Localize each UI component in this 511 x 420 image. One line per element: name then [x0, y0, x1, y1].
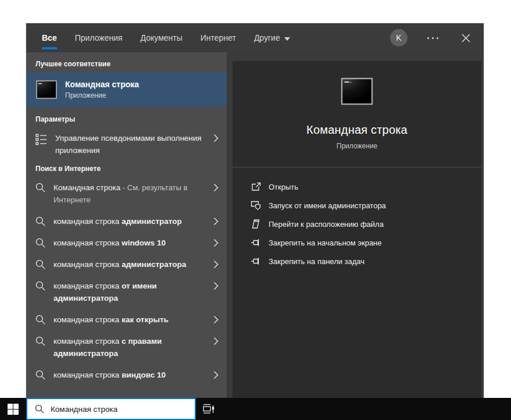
app-alias-icon [35, 133, 47, 146]
action-закрепить-на-начальном-экране[interactable]: Закрепить на начальном экране [251, 233, 481, 252]
settings-result-label: Управление псевдонимами выполнения прило… [55, 132, 202, 156]
action-label: Закрепить на панели задач [269, 257, 365, 266]
suggestion-text: командная строка от имени администратора [53, 280, 200, 304]
settings-result-app-aliases[interactable]: Управление псевдонимами выполнения прило… [26, 127, 227, 161]
web-suggestion-item[interactable]: командная строка виндовс 10 [26, 364, 227, 386]
preview-app-title: Командная строка [306, 123, 408, 137]
suggestion-text: командная строка windows 10 [53, 237, 200, 249]
action-label: Открыть [269, 183, 298, 191]
best-match-result[interactable]: Командная строка Приложение [26, 72, 227, 107]
open-icon [251, 181, 261, 192]
tab-3[interactable]: Интернет [201, 23, 236, 52]
preview-app-subtitle: Приложение [337, 142, 377, 150]
taskbar-search-input[interactable] [51, 405, 178, 414]
windows-search-flyout: ВсеПриложенияДокументыИнтернетДругие K Л… [26, 23, 484, 398]
action-запуск-от-имени-администратора[interactable]: Запуск от имени администратора [251, 196, 481, 215]
tab-2[interactable]: Документы [141, 23, 183, 52]
web-search-header: Поиск в Интернете [26, 161, 227, 177]
action-label: Перейти к расположению файла [269, 220, 384, 229]
best-match-text: Командная строка Приложение [65, 80, 139, 99]
windows-logo-icon [8, 404, 19, 415]
best-match-header: Лучшее соответствие [26, 56, 227, 72]
tab-all[interactable]: Все [42, 23, 57, 52]
web-suggestion-item[interactable]: командная строка с правами администратор… [26, 330, 227, 364]
pin-icon [251, 256, 261, 266]
close-icon[interactable] [459, 31, 472, 44]
action-открыть[interactable]: Открыть [251, 177, 481, 196]
best-match-subtitle: Приложение [65, 91, 139, 99]
suggestion-text: командная строка виндовс 10 [53, 369, 200, 381]
tab-label: Другие [254, 33, 280, 42]
start-button[interactable] [0, 398, 26, 420]
tab-label: Документы [141, 33, 183, 42]
action-list: ОткрытьЗапуск от имени администратораПер… [233, 168, 481, 270]
results-panel: Лучшее соответствие Командная строка [26, 52, 227, 398]
tab-label: Интернет [201, 33, 236, 42]
search-icon [35, 404, 44, 414]
settings-header: Параметры [26, 112, 227, 127]
chevron-right-icon [213, 134, 219, 143]
action-label: Запуск от имени администратора [269, 201, 386, 210]
suggestion-text: командная строка администратора [53, 258, 200, 270]
web-suggestion-item[interactable]: командная строка как открыть [26, 309, 227, 330]
pin-icon [251, 237, 261, 248]
search-tab-bar: ВсеПриложенияДокументыИнтернетДругие K [26, 23, 484, 52]
chevron-down-icon [284, 33, 290, 42]
web-suggestion-item[interactable]: командная строка windows 10 [26, 232, 227, 254]
action-label: Закрепить на начальном экране [269, 239, 382, 247]
task-view-button[interactable] [196, 398, 221, 420]
task-view-icon [202, 403, 215, 415]
action-закрепить-на-панели-задач[interactable]: Закрепить на панели задач [251, 252, 481, 270]
suggestion-text: командная строка с правами администратор… [53, 335, 200, 360]
tab-4[interactable]: Другие [254, 23, 290, 52]
app-preview: Командная строка Приложение ОткрытьЗапус… [233, 61, 481, 398]
file-location-icon [251, 219, 261, 229]
preview-pane: Командная строка Приложение ОткрытьЗапус… [227, 52, 484, 398]
tab-list: ВсеПриложенияДокументыИнтернетДругие [42, 23, 308, 52]
best-match-title: Командная строка [65, 80, 139, 89]
web-suggestion-list: Командная строка - См. результаты в Инте… [26, 177, 227, 386]
suggestion-text: командная строка администратор [53, 215, 200, 227]
web-suggestion-item[interactable]: командная строка от имени администратора [26, 275, 227, 309]
tab-1[interactable]: Приложения [75, 23, 123, 52]
more-options-icon[interactable] [427, 37, 438, 39]
taskbar [0, 398, 511, 420]
suggestion-text: Командная строка - См. результаты в Инте… [53, 181, 200, 206]
desktop: ВсеПриложенияДокументыИнтернетДругие K Л… [0, 0, 511, 420]
tab-label: Приложения [75, 33, 123, 42]
preview-icon-wrap [340, 74, 374, 108]
search-content: Лучшее соответствие Командная строка [26, 52, 484, 398]
tab-label: Все [42, 33, 57, 42]
web-suggestion-item[interactable]: Командная строка - См. результаты в Инте… [26, 177, 227, 211]
suggestion-text: командная строка как открыть [53, 314, 200, 326]
web-suggestion-item[interactable]: командная строка администратор [26, 211, 227, 232]
user-avatar[interactable]: K [390, 29, 408, 47]
tabbar-right-controls: K [390, 23, 484, 52]
web-suggestion-item[interactable]: командная строка администратора [26, 254, 227, 275]
action-перейти-к-расположению-файла[interactable]: Перейти к расположению файла [251, 215, 481, 233]
cmd-app-icon-large [340, 74, 374, 108]
run-as-admin-icon [251, 200, 261, 211]
taskbar-search-box[interactable] [26, 398, 196, 420]
cmd-app-icon [35, 79, 58, 101]
